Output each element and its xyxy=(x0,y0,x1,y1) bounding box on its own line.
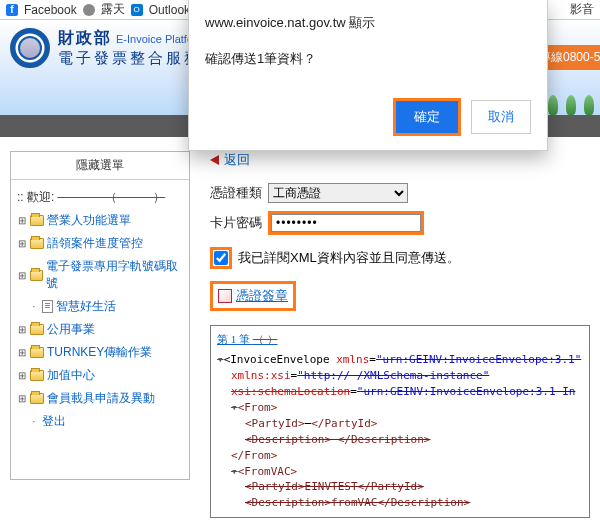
bookmark-video[interactable]: 影音 xyxy=(570,1,594,18)
dialog-cancel-button[interactable]: 取消 xyxy=(471,100,531,134)
tree-item-logout[interactable]: ·登出 xyxy=(15,410,185,433)
xml-line: <Description>fromVAC</Description> xyxy=(217,495,583,511)
folder-icon xyxy=(30,393,44,404)
dialog-origin: www.einvoice.nat.gov.tw 顯示 xyxy=(205,14,531,32)
tree-item-turnkey[interactable]: ⊞TURNKEY傳輸作業 xyxy=(15,341,185,364)
folder-icon xyxy=(30,270,43,281)
bookmark-facebook[interactable]: Facebook xyxy=(24,3,77,17)
xml-record-header: 第 1 筆 xyxy=(217,333,250,345)
xml-line: <PartyId> </PartyId> xyxy=(217,416,583,432)
cert-type-label: 憑證種類 xyxy=(210,184,262,202)
sidebar-title: 隱藏選單 xyxy=(11,152,189,180)
xml-line: <Description> </Description> xyxy=(217,432,583,448)
bookmarks-left: f Facebook 露天 O Outlook xyxy=(6,1,190,18)
sign-button[interactable]: 憑證簽章 xyxy=(236,287,288,305)
consent-label: 我已詳閱XML資料內容並且同意傳送。 xyxy=(238,249,460,267)
xml-line: ▾<InvoiceEnvelope xmlns="urn:GEINV:Invoi… xyxy=(217,352,583,368)
sidebar: 隱藏選單 :: 歡迎: （ ） ⊞營業人功能選單 ⊞語領案件進度管控 ⊞電子發票… xyxy=(10,151,190,480)
tree-welcome: :: 歡迎: （ ） xyxy=(15,186,185,209)
back-arrow-icon xyxy=(210,155,219,165)
tree-item-utility[interactable]: ⊞公用事業 xyxy=(15,318,185,341)
xml-line: </From> xyxy=(217,448,583,464)
card-password-input[interactable] xyxy=(271,214,421,232)
folder-icon xyxy=(30,324,44,335)
highlight-ok: 確定 xyxy=(393,98,461,136)
card-password-label: 卡片密碼 xyxy=(210,214,262,232)
tree-item-value[interactable]: ⊞加值中心 xyxy=(15,364,185,387)
xml-line: ▾<FromVAC> xyxy=(217,464,583,480)
xml-preview: 第 1 筆 （ ） ▾<InvoiceEnvelope xmlns="urn:G… xyxy=(210,325,590,518)
tree-item-smartlife[interactable]: ·智慧好生活 xyxy=(15,295,185,318)
tree-item-biz[interactable]: ⊞營業人功能選單 xyxy=(15,209,185,232)
consent-checkbox[interactable] xyxy=(214,251,228,265)
bookmarks-right: 影音 xyxy=(570,1,594,18)
mof-emblem-icon xyxy=(10,28,50,68)
dialog-message: 確認傳送1筆資料？ xyxy=(205,50,531,68)
tree: :: 歡迎: （ ） ⊞營業人功能選單 ⊞語領案件進度管控 ⊞電子發票專用字軌號… xyxy=(11,180,189,439)
dialog-ok-button[interactable]: 確定 xyxy=(396,101,458,133)
outlook-icon: O xyxy=(131,4,143,16)
confirm-dialog: www.einvoice.nat.gov.tw 顯示 確認傳送1筆資料？ 確定 … xyxy=(188,0,548,151)
dept-name: 財政部 xyxy=(58,29,112,46)
bookmark-outlook[interactable]: Outlook xyxy=(149,3,190,17)
tree-item-progress[interactable]: ⊞語領案件進度管控 xyxy=(15,232,185,255)
highlight-password xyxy=(268,211,424,235)
xml-line: xmlns:xsi="http:// /XMLSchema-instance" xyxy=(217,368,583,384)
highlight-sign: 憑證簽章 xyxy=(210,281,296,311)
folder-icon xyxy=(30,347,44,358)
doc-icon xyxy=(42,300,53,313)
xml-line: ▾<From> xyxy=(217,400,583,416)
cert-type-select[interactable]: 工商憑證 xyxy=(268,183,408,203)
ruten-icon xyxy=(83,4,95,16)
xml-line: xsi:schemaLocation="urn:GEINV:InvoiceEnv… xyxy=(217,384,583,400)
tree-item-track[interactable]: ⊞電子發票專用字軌號碼取號 xyxy=(15,255,185,295)
back-link[interactable]: 返回 xyxy=(224,151,250,169)
bookmark-ruten[interactable]: 露天 xyxy=(101,1,125,18)
facebook-icon: f xyxy=(6,4,18,16)
folder-icon xyxy=(30,370,44,381)
xml-line: <PartyId>EINVTEST</PartyId> xyxy=(217,479,583,495)
tree-item-member[interactable]: ⊞會員載具申請及異動 xyxy=(15,387,185,410)
folder-icon xyxy=(30,215,44,226)
folder-icon xyxy=(30,238,44,249)
stamp-icon xyxy=(218,289,232,303)
highlight-consent-checkbox xyxy=(210,247,232,269)
